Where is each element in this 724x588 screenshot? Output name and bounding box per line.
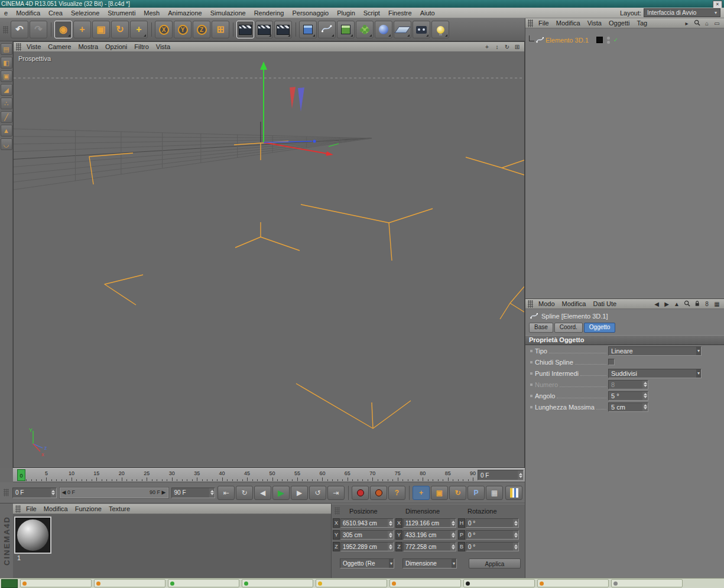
edges-mode-icon[interactable]: ╱	[1, 111, 12, 123]
attribute-manager-menu-dati-ute[interactable]: Dati Ute	[590, 300, 621, 307]
record-keyframe-button[interactable]	[352, 486, 369, 500]
material-manager-menu-file[interactable]: File	[22, 505, 40, 512]
panel-menu-icon[interactable]: ▭	[713, 20, 721, 27]
lock-z-axis-icon[interactable]: Z	[193, 21, 210, 38]
attribute-manager-grip-handle[interactable]	[528, 300, 533, 308]
toggle-views-icon[interactable]: ⊞	[513, 43, 521, 51]
panel-menu-icon[interactable]: ▦	[713, 300, 721, 308]
rotation-p-field[interactable]: P0 °	[458, 530, 519, 540]
live-selection-tool-icon[interactable]: ◉	[54, 21, 72, 38]
next-frame-button[interactable]: ▶	[291, 486, 308, 500]
pan-view-icon[interactable]: +	[483, 43, 491, 51]
history-back-icon[interactable]: ◀	[652, 300, 661, 308]
current-frame-field[interactable]: 0 F	[12, 488, 57, 498]
ruler-frame-field[interactable]: 0 F	[478, 470, 524, 480]
menu-script[interactable]: Script	[359, 9, 384, 17]
object-manager-menu-oggetti[interactable]: Oggetti	[605, 20, 633, 27]
spinner-arrows-icon[interactable]	[209, 488, 215, 498]
spinner-arrows-icon[interactable]	[642, 381, 648, 389]
menu-simulazione[interactable]: Simulazione	[206, 9, 250, 17]
menu-modifica[interactable]: Modifica	[12, 9, 44, 17]
timeline-ruler[interactable]: 05101520253035404550556065707580859000 F	[13, 468, 525, 482]
overflow-arrow-icon[interactable]: ▸	[683, 20, 691, 27]
workplane-mode-icon[interactable]: ◢	[1, 84, 12, 96]
rotate-view-icon[interactable]: ↻	[503, 43, 511, 51]
object-manager-menu-file[interactable]: File	[535, 20, 553, 27]
attribute-dropdown-tipo[interactable]: Lineare▾	[608, 346, 702, 356]
attribute-spinner-angolo[interactable]: 5 °	[608, 391, 648, 401]
viewport-menu-viste[interactable]: Viste	[23, 43, 44, 50]
animation-dot-icon[interactable]	[530, 372, 533, 375]
object-row[interactable]: Elemento 3D.1 ✓	[525, 35, 724, 45]
lock-icon[interactable]	[693, 300, 701, 308]
material-thumbnail[interactable]	[15, 518, 50, 553]
playhead-marker[interactable]: 0	[17, 469, 25, 481]
spinner-arrows-icon[interactable]	[388, 519, 393, 527]
rotation-b-field[interactable]: B0 °	[458, 542, 519, 551]
menu-crea[interactable]: Crea	[44, 9, 67, 17]
taskbar-item-6[interactable]	[389, 579, 461, 587]
dolly-view-icon[interactable]: ↕	[493, 43, 501, 51]
add-cube-icon[interactable]	[299, 21, 317, 38]
spinner-arrows-icon[interactable]	[513, 519, 518, 527]
layer-color-chip[interactable]	[596, 37, 603, 43]
material-manager-menu-funzione[interactable]: Funzione	[72, 505, 105, 512]
texture-mode-icon[interactable]: ▣	[1, 70, 12, 82]
attribute-checkbox-chiudi-spline[interactable]	[608, 359, 615, 365]
home-icon[interactable]: ⌂	[703, 20, 711, 27]
animation-mode-icon[interactable]: ◡	[1, 138, 12, 150]
viewport-grip-handle[interactable]	[16, 43, 21, 51]
spinner-arrows-icon[interactable]	[450, 531, 456, 539]
animation-dot-icon[interactable]	[530, 406, 533, 408]
key-rotation-button[interactable]: ↻	[449, 486, 466, 500]
spinner-arrows-icon[interactable]	[642, 392, 648, 400]
points-mode-icon[interactable]: ∴	[1, 98, 12, 109]
coordinate-mode-dropdown[interactable]: Oggetto (Re ▾	[340, 558, 394, 568]
play-button[interactable]: ▶	[272, 486, 290, 500]
attribute-dropdown-punti-intermedi[interactable]: Suddivisi▾	[608, 369, 702, 378]
dimension-x-field[interactable]: X1129.166 cm	[395, 518, 456, 528]
history-forward-icon[interactable]: ▶	[663, 300, 671, 308]
undo-icon[interactable]: ↶	[11, 21, 28, 38]
material-manager-grip-handle[interactable]	[15, 505, 21, 513]
animation-grip-handle[interactable]	[4, 489, 9, 496]
taskbar-item-8[interactable]	[537, 579, 609, 587]
menu-selezione[interactable]: Selezione	[67, 9, 103, 17]
object-manager-grip-handle[interactable]	[528, 20, 533, 27]
start-button-fragment[interactable]	[1, 579, 18, 588]
tab-base[interactable]: Base	[529, 323, 553, 333]
add-camera-icon[interactable]	[413, 21, 430, 38]
add-generator-icon[interactable]	[337, 21, 355, 38]
spinner-arrows-icon[interactable]	[51, 488, 56, 498]
redo-icon[interactable]: ↷	[30, 21, 47, 38]
timeline-layout-button[interactable]	[505, 486, 522, 500]
move-tool-icon[interactable]: +	[73, 21, 91, 38]
enabled-check-icon[interactable]: ✓	[613, 37, 618, 43]
goto-end-button[interactable]: ⇥	[327, 486, 345, 500]
menu-mesh[interactable]: Mesh	[139, 9, 164, 17]
search-icon[interactable]	[683, 300, 691, 308]
spinner-arrows-icon[interactable]	[642, 403, 648, 411]
link-icon[interactable]: 8	[703, 300, 711, 308]
previous-frame-button[interactable]: ◀	[254, 486, 271, 500]
key-position-button[interactable]: +	[413, 486, 430, 500]
animation-dot-icon[interactable]	[530, 395, 533, 397]
position-x-field[interactable]: X6510.943 cm	[333, 518, 394, 528]
add-metaball-icon[interactable]	[375, 21, 392, 38]
up-level-icon[interactable]: ▲	[673, 300, 681, 308]
rotation-h-field[interactable]: H0 °	[458, 518, 519, 528]
animation-dot-icon[interactable]	[530, 350, 533, 352]
object-name[interactable]: Elemento 3D.1	[546, 37, 589, 44]
attribute-manager-menu-modo[interactable]: Modo	[535, 300, 559, 307]
spinner-arrows-icon[interactable]	[388, 542, 393, 551]
model-mode-icon[interactable]: ◧	[1, 57, 12, 69]
menu-personaggio[interactable]: Personaggio	[288, 9, 333, 17]
menu-animazione[interactable]: Animazione	[164, 9, 206, 17]
add-modifier-icon[interactable]	[356, 21, 374, 38]
menu-rendering[interactable]: Rendering	[250, 9, 288, 17]
spinner-arrows-icon[interactable]	[388, 531, 393, 539]
spinner-arrows-icon[interactable]	[450, 519, 456, 527]
attribute-spinner-numero[interactable]: 8	[608, 380, 648, 389]
render-view-icon[interactable]	[236, 21, 254, 38]
taskbar-item-1[interactable]	[20, 579, 92, 587]
